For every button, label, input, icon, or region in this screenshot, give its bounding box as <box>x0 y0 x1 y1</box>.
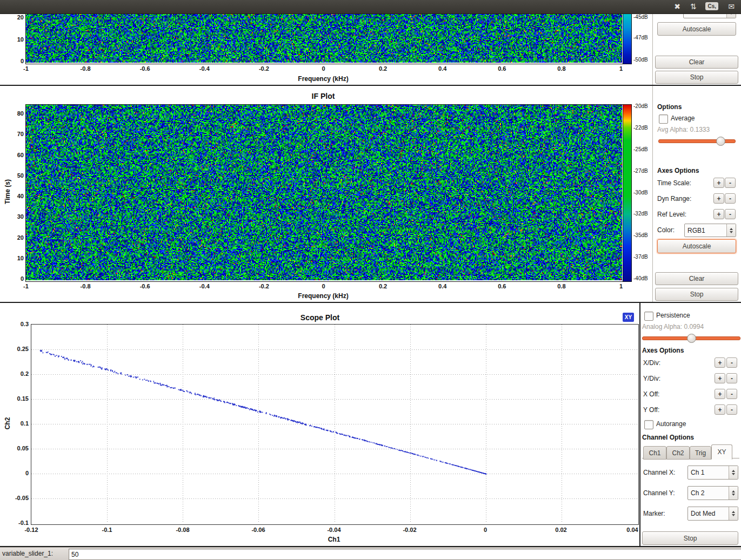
top-waterfall-canvas[interactable] <box>26 14 622 63</box>
channel-y-label: Channel Y: <box>643 489 675 497</box>
x-tick: -0.04 <box>327 527 341 533</box>
y-tick: 20 <box>17 234 24 241</box>
colorbar-tick: -30dB <box>633 189 648 195</box>
channel-y-combo[interactable]: Ch 2 <box>687 486 738 500</box>
spinner-arrows-icon[interactable] <box>726 224 736 237</box>
if-autoscale-button[interactable]: Autoscale <box>657 239 736 253</box>
colorbar-tick: -32dB <box>633 211 648 217</box>
ydiv-minus-button[interactable]: - <box>726 373 737 383</box>
average-checkbox[interactable] <box>659 114 668 124</box>
ref-level-minus-button[interactable]: - <box>725 209 736 219</box>
application-window: ✖ ⇅ Cs, ✉ Frequency (kHz) Color: RGB1 Au… <box>0 0 741 560</box>
colorbar-tick: -50dB <box>633 57 648 63</box>
xdiv-plus-button[interactable]: + <box>715 357 725 368</box>
xy-indicator-badge: XY <box>623 313 634 322</box>
tab-xy[interactable]: XY <box>711 444 732 460</box>
if-stop-button[interactable]: Stop <box>655 288 738 301</box>
colorbar-tick: -47dB <box>633 35 648 41</box>
marker-combo[interactable]: Dot Med <box>687 507 738 521</box>
x-tick: 1 <box>619 283 623 289</box>
y-tick: 0 <box>21 275 24 282</box>
y-tick: 10 <box>17 36 24 43</box>
dyn-range-plus-button[interactable]: + <box>713 193 724 204</box>
tab-trig[interactable]: Trig <box>690 446 711 460</box>
analog-alpha-slider-handle[interactable] <box>687 334 696 343</box>
ydiv-label: Y/Div: <box>643 375 660 382</box>
scope-plot-canvas[interactable] <box>31 325 637 523</box>
if-plot-frame <box>25 104 624 282</box>
colorbar-tick: -35dB <box>633 232 648 238</box>
slider-variable-label: variable_slider_1: <box>2 550 53 557</box>
top-stop-button[interactable]: Stop <box>655 71 738 84</box>
xoff-plus-button[interactable]: + <box>715 389 725 399</box>
tab-ch2[interactable]: Ch2 <box>666 446 690 460</box>
slider-value-input[interactable] <box>69 549 741 560</box>
xoff-minus-button[interactable]: - <box>726 389 737 399</box>
top-autoscale-button[interactable]: Autoscale <box>657 22 736 36</box>
top-xlabel: Frequency (kHz) <box>298 75 348 83</box>
avg-alpha-slider-handle[interactable] <box>716 137 725 146</box>
if-xlabel: Frequency (kHz) <box>298 292 348 300</box>
x-tick: 0.6 <box>498 65 506 72</box>
x-tick: -0.8 <box>81 283 91 289</box>
ydiv-plus-button[interactable]: + <box>715 373 725 383</box>
x-tick: 0 <box>322 283 325 289</box>
sync-arrows-icon[interactable]: ⇅ <box>690 2 697 11</box>
y-tick: 0.25 <box>17 346 29 352</box>
channel-x-combo[interactable]: Ch 1 <box>687 465 738 480</box>
yoff-minus-button[interactable]: - <box>726 404 737 415</box>
scope-panel-divider <box>639 303 640 546</box>
analog-alpha-label: Analog Alpha: 0.0994 <box>642 323 704 330</box>
marker-value: Dot Med <box>688 507 729 520</box>
x-tick: -0.06 <box>251 527 265 533</box>
network-icon[interactable]: ✖ <box>674 2 680 11</box>
ref-level-plus-button[interactable]: + <box>713 209 724 219</box>
x-tick: 0.8 <box>557 283 565 289</box>
if-clear-button[interactable]: Clear <box>655 272 738 285</box>
colorbar-tick: -27dB <box>633 167 648 173</box>
top-clear-button[interactable]: Clear <box>655 56 738 69</box>
time-scale-plus-button[interactable]: + <box>713 178 724 188</box>
avg-alpha-label: Avg Alpha: 0.1333 <box>657 126 710 133</box>
spinner-arrows-icon[interactable] <box>729 487 738 500</box>
if-color-combo[interactable]: RGB1 <box>684 224 736 237</box>
x-tick: -1 <box>23 283 29 289</box>
persistence-checkbox[interactable] <box>644 312 653 321</box>
time-scale-label: Time Scale: <box>657 179 691 187</box>
xdiv-label: X/Div: <box>643 359 660 367</box>
x-tick: 0 <box>322 65 325 72</box>
xdiv-minus-button[interactable]: - <box>726 357 737 368</box>
channel-options-heading: Channel Options <box>642 434 694 441</box>
colorbar-tick: -45dB <box>633 14 648 20</box>
scope-plot-title: Scope Plot <box>301 313 339 322</box>
tab-ch1[interactable]: Ch1 <box>643 446 666 460</box>
top-waterfall-frame <box>25 14 624 64</box>
mail-icon[interactable]: ✉ <box>728 2 735 11</box>
y-tick: 0.05 <box>17 445 29 451</box>
xoff-label: X Off: <box>643 390 659 398</box>
x-tick: -0.12 <box>24 527 38 533</box>
scope-stop-button[interactable]: Stop <box>642 531 738 545</box>
y-tick: 80 <box>17 110 24 117</box>
x-tick: -0.4 <box>199 283 210 289</box>
y-tick: -0.05 <box>15 495 29 501</box>
x-tick: -1 <box>23 65 29 72</box>
x-tick: 0.2 <box>379 65 387 72</box>
if-color-value: RGB1 <box>685 224 726 237</box>
autorange-checkbox[interactable] <box>644 420 653 429</box>
yoff-plus-button[interactable]: + <box>715 404 725 415</box>
spinner-arrows-icon[interactable] <box>729 466 738 479</box>
spinner-arrows-icon[interactable] <box>729 507 738 520</box>
dyn-range-minus-button[interactable]: - <box>725 193 736 204</box>
options-heading: Options <box>657 103 682 111</box>
colorbar-tick: -40dB <box>633 275 648 281</box>
if-ylabel: Time (s) <box>4 179 11 204</box>
colorbar-tick: -25dB <box>633 146 648 152</box>
x-tick: -0.08 <box>176 527 189 533</box>
marker-label: Marker: <box>643 510 665 517</box>
keyboard-indicator-badge[interactable]: Cs, <box>705 2 718 10</box>
time-scale-minus-button[interactable]: - <box>725 178 736 188</box>
autorange-label: Autorange <box>656 420 686 428</box>
if-plot-title: IF Plot <box>312 92 335 100</box>
if-plot-canvas[interactable] <box>26 105 622 280</box>
